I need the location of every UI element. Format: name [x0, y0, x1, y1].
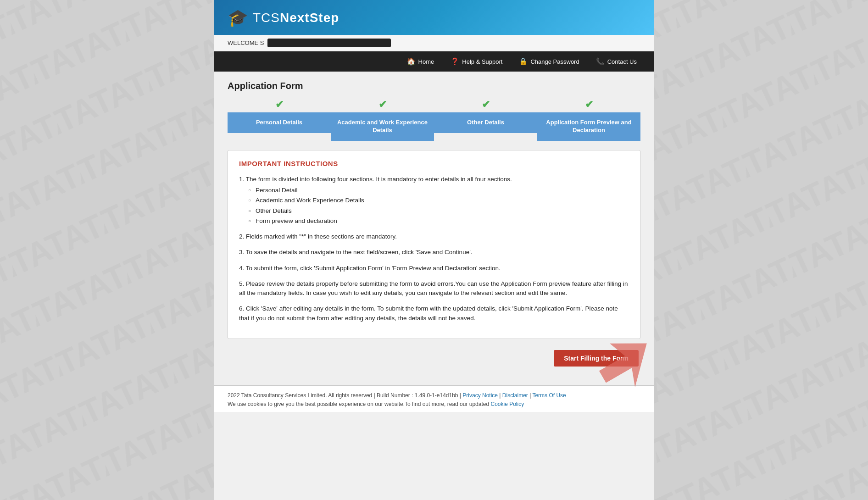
nav-help[interactable]: ❓ Help & Support — [442, 51, 511, 72]
step2-button[interactable]: Academic and Work Experience Details — [331, 112, 434, 141]
instructions-section: IMPORTANT INSTRUCTIONS 1. The form is di… — [228, 150, 640, 339]
step1-button[interactable]: Personal Details — [228, 112, 331, 133]
footer-sep1: | — [499, 392, 501, 399]
welcome-name-redacted — [267, 39, 390, 47]
instruction-6-text: 6. Click 'Save' after editing any detail… — [239, 305, 618, 321]
sub-item-3: Other Details — [248, 206, 629, 216]
footer-sep2: | — [529, 392, 531, 399]
nav-home[interactable]: 🏠 Home — [399, 51, 443, 72]
nav-help-label: Help & Support — [462, 58, 502, 65]
footer-cookie-text: We use cookies to give you the best poss… — [228, 401, 489, 407]
step2-checkmark: ✔ — [378, 99, 387, 111]
step-personal-details: ✔ Personal Details — [228, 99, 331, 141]
application-form-title: Application Form — [228, 81, 640, 91]
instruction-item-6: 6. Click 'Save' after editing any detail… — [239, 304, 629, 323]
footer: 2022 Tata Consultancy Services Limited. … — [214, 385, 654, 412]
sub-item-2: Academic and Work Experience Details — [248, 196, 629, 205]
instruction-5-text: 5. Please review the details properly be… — [239, 280, 628, 296]
nav-change-password-label: Change Password — [530, 58, 579, 65]
instruction-item-3: 3. To save the details and navigate to t… — [239, 248, 629, 257]
nav-items: 🏠 Home ❓ Help & Support 🔒 Change Passwor… — [399, 51, 645, 72]
footer-copyright: 2022 Tata Consultancy Services Limited. … — [228, 392, 461, 399]
cookie-policy-link[interactable]: Cookie Policy — [490, 401, 524, 407]
logo-icon: 🎓 — [228, 8, 248, 28]
nav-change-password[interactable]: 🔒 Change Password — [511, 51, 587, 72]
step-other-details: ✔ Other Details — [434, 99, 537, 141]
step-preview-declaration: ✔ Application Form Preview and Declarati… — [537, 99, 640, 141]
help-icon: ❓ — [451, 57, 459, 66]
logo-nextstep: NextStep — [280, 11, 339, 25]
instruction-4-text: 4. To submit the form, click 'Submit App… — [239, 265, 501, 272]
lock-icon: 🔒 — [519, 57, 528, 66]
instruction-item-2: 2. Fields marked with "*" in these secti… — [239, 232, 629, 241]
logo-container: 🎓 TCSNextStep — [228, 8, 339, 28]
terms-link[interactable]: Terms Of Use — [532, 392, 566, 399]
steps-container: ✔ Personal Details ✔ Academic and Work E… — [228, 99, 640, 141]
privacy-notice-link[interactable]: Privacy Notice — [462, 392, 498, 399]
welcome-bar: WELCOME S — [214, 35, 654, 51]
step4-button[interactable]: Application Form Preview and Declaration — [537, 112, 640, 141]
sub-item-1: Personal Detail — [248, 186, 629, 195]
instruction-item-1: 1. The form is divided into following fo… — [239, 175, 629, 226]
step-academic-work: ✔ Academic and Work Experience Details — [331, 99, 434, 141]
main-content: Application Form ✔ Personal Details ✔ Ac… — [214, 72, 654, 385]
welcome-label: WELCOME S — [228, 39, 264, 46]
nav-contact-us[interactable]: 📞 Contact Us — [588, 51, 645, 72]
instructions-title: IMPORTANT INSTRUCTIONS — [239, 160, 629, 167]
navbar: 🏠 Home ❓ Help & Support 🔒 Change Passwor… — [214, 51, 654, 72]
step4-checkmark: ✔ — [585, 99, 593, 111]
step3-button[interactable]: Other Details — [434, 112, 537, 133]
instruction-item-5: 5. Please review the details properly be… — [239, 279, 629, 298]
instructions-list: 1. The form is divided into following fo… — [239, 175, 629, 323]
instruction-1-sublist: Personal Detail Academic and Work Experi… — [239, 186, 629, 226]
header: 🎓 TCSNextStep — [214, 0, 654, 35]
start-filling-button[interactable]: Start Filling the Form — [554, 350, 639, 367]
instruction-item-4: 4. To submit the form, click 'Submit App… — [239, 264, 629, 273]
step1-checkmark: ✔ — [275, 99, 284, 111]
home-icon: 🏠 — [407, 57, 416, 66]
phone-icon: 📞 — [596, 57, 605, 66]
logo-text: TCSNextStep — [253, 11, 339, 25]
nav-home-label: Home — [418, 58, 434, 65]
logo-tcs: TCS — [253, 11, 280, 25]
instruction-3-text: 3. To save the details and navigate to t… — [239, 249, 472, 256]
footer-line1: 2022 Tata Consultancy Services Limited. … — [228, 392, 640, 399]
footer-line2: We use cookies to give you the best poss… — [228, 401, 640, 407]
step3-checkmark: ✔ — [482, 99, 490, 111]
disclaimer-link[interactable]: Disclaimer — [502, 392, 528, 399]
button-area: Start Filling the Form — [228, 350, 640, 367]
nav-contact-label: Contact Us — [607, 58, 637, 65]
sub-item-4: Form preview and declaration — [248, 217, 629, 226]
instruction-1-text: 1. The form is divided into following fo… — [239, 176, 512, 183]
instruction-2-text: 2. Fields marked with "*" in these secti… — [239, 233, 397, 240]
